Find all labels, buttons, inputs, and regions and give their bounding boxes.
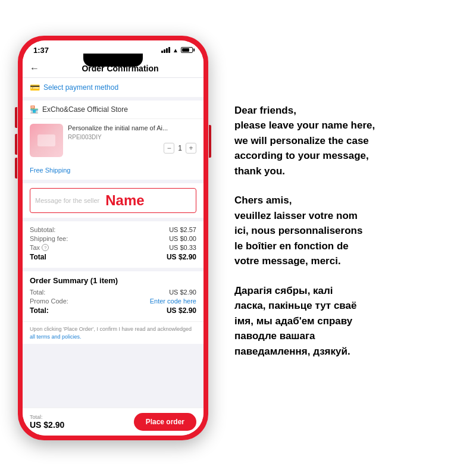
- final-total-value: US $2.90: [167, 306, 196, 315]
- tax-value: US $0.33: [169, 244, 196, 251]
- battery-icon: [181, 47, 193, 53]
- shipping-label: Shipping fee:: [30, 235, 68, 242]
- subtotal-row: Subtotal: US $2.57: [30, 226, 196, 233]
- terms-section: Upon clicking 'Place Order', I confirm I…: [23, 322, 203, 347]
- place-order-button[interactable]: Place order: [134, 413, 196, 431]
- text-block-french: Chers amis,veuillez laisser votre nomici…: [234, 193, 462, 269]
- summary-total-value: US $2.90: [169, 289, 196, 296]
- summary-total-label: Total:: [30, 289, 45, 296]
- product-section: Personalize the initial name of Ai... RP…: [23, 119, 203, 162]
- free-shipping-text: Free Shipping: [30, 167, 71, 174]
- product-image: [30, 124, 63, 157]
- order-summary-title: Order Summary (1 item): [30, 276, 196, 285]
- product-name: Personalize the initial name of Ai...: [68, 124, 196, 132]
- message-placeholder: Message for the seller: [35, 197, 99, 204]
- message-name-label: Name: [105, 192, 144, 209]
- promo-label: Promo Code:: [30, 298, 68, 305]
- shipping-row: Shipping fee: US $0.00: [30, 235, 196, 242]
- store-name: ExCho&Case Official Store: [42, 105, 128, 114]
- signal-icon: [161, 47, 170, 53]
- bottom-total-value: US $2.90: [30, 420, 64, 430]
- back-button[interactable]: ←: [30, 63, 39, 74]
- summary-total-row: Total: US $2.90: [30, 289, 196, 296]
- bottom-total: Total: US $2.90: [30, 414, 64, 430]
- phone-device: 1:37 ▲ ← Order Confirmati: [18, 36, 208, 440]
- final-total-row: Total: US $2.90: [30, 306, 196, 315]
- text-block-english: Dear friends,please leave your name here…: [234, 103, 462, 179]
- tax-row: Tax ? US $0.33: [30, 244, 196, 251]
- total-row: Total US $2.90: [30, 253, 196, 261]
- terms-text: Upon clicking 'Place Order', I confirm I…: [30, 325, 196, 340]
- tax-label: Tax ?: [30, 244, 49, 251]
- qty-plus-button[interactable]: +: [186, 143, 196, 154]
- final-total-label: Total:: [30, 306, 49, 315]
- text-english: Dear friends,please leave your name here…: [234, 103, 462, 179]
- order-summary-section: Order Summary (1 item) Total: US $2.90 P…: [23, 271, 203, 322]
- product-sku: RPEI003DIY: [68, 134, 196, 140]
- store-section: 🏪 ExCho&Case Official Store: [23, 101, 203, 119]
- status-icons: ▲: [161, 47, 193, 54]
- terms-link[interactable]: all terms and policies.: [30, 334, 82, 340]
- scroll-content: 💳 Select payment method 🏪 ExCho&Case Off…: [23, 78, 203, 408]
- tax-info-icon[interactable]: ?: [42, 244, 49, 251]
- promo-row[interactable]: Promo Code: Enter code here: [30, 298, 196, 305]
- total-label: Total: [30, 253, 46, 261]
- pricing-section: Subtotal: US $2.57 Shipping fee: US $0.0…: [23, 221, 203, 271]
- product-qty-row: − 1 +: [68, 143, 196, 154]
- product-details: Personalize the initial name of Ai... RP…: [68, 124, 196, 154]
- payment-section[interactable]: 💳 Select payment method: [23, 78, 203, 101]
- text-block-belarusian: Дарагія сябры, каліласка, пакіньце тут с…: [234, 283, 462, 359]
- qty-value: 1: [178, 144, 182, 152]
- free-shipping-section: Free Shipping: [23, 162, 203, 183]
- text-belarusian: Дарагія сябры, каліласка, пакіньце тут с…: [234, 283, 462, 359]
- phone-wrapper: 1:37 ▲ ← Order Confirmati: [6, 12, 220, 464]
- bottom-total-label: Total:: [30, 414, 64, 420]
- store-icon: 🏪: [30, 105, 39, 114]
- text-french: Chers amis,veuillez laisser votre nomici…: [234, 193, 462, 269]
- product-row: Personalize the initial name of Ai... RP…: [30, 124, 196, 157]
- battery-fill: [182, 48, 189, 52]
- status-time: 1:37: [33, 46, 49, 55]
- phone-screen: 1:37 ▲ ← Order Confirmati: [23, 40, 203, 436]
- subtotal-value: US $2.57: [169, 226, 196, 233]
- total-value: US $2.90: [167, 253, 196, 261]
- qty-minus-button[interactable]: −: [164, 143, 174, 154]
- payment-text[interactable]: Select payment method: [43, 83, 118, 92]
- bottom-bar: Total: US $2.90 Place order: [23, 408, 203, 436]
- shipping-value: US $0.00: [169, 235, 196, 242]
- promo-value[interactable]: Enter code here: [150, 298, 196, 305]
- wifi-icon: ▲: [173, 47, 178, 54]
- text-panel: Dear friends,please leave your name here…: [220, 91, 476, 386]
- phone-notch: [83, 54, 143, 67]
- message-input-wrapper[interactable]: Message for the seller Name: [30, 188, 196, 213]
- message-section: Message for the seller Name: [23, 183, 203, 221]
- subtotal-label: Subtotal:: [30, 226, 55, 233]
- payment-icon: 💳: [30, 83, 40, 92]
